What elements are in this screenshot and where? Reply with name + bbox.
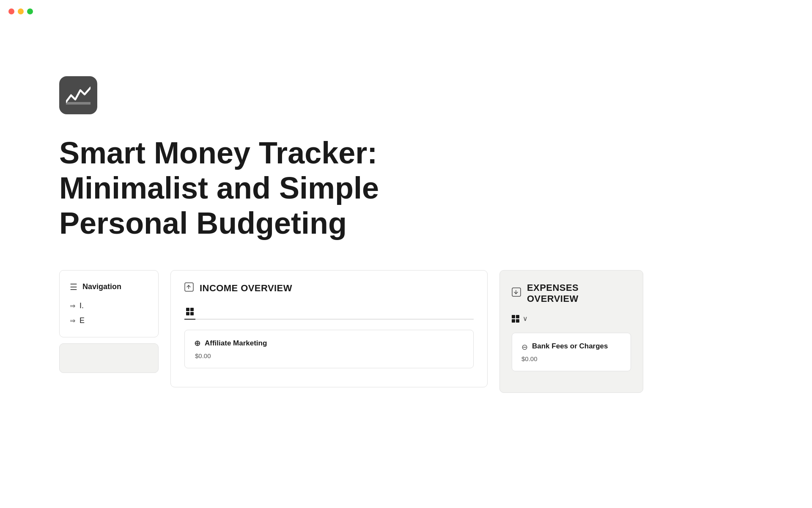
add-income-icon: ⊕	[194, 339, 200, 348]
maximize-button[interactable]	[27, 8, 33, 14]
minus-expense-icon: ⊖	[521, 342, 528, 352]
income-item-header: ⊕ Affiliate Marketing	[194, 339, 464, 348]
expense-item-amount: $0.00	[521, 355, 621, 362]
nav-header: ☰ Navigation	[70, 282, 148, 291]
income-item-name: Affiliate Marketing	[205, 339, 267, 348]
nav-header-label: Navigation	[82, 282, 121, 291]
expenses-header-icon	[512, 287, 521, 299]
nav-item-expenses[interactable]: ⇒ E	[70, 316, 148, 325]
expense-item-header: ⊖ Bank Fees or Charges	[521, 342, 621, 352]
expenses-tab-grid[interactable]	[512, 315, 519, 323]
nav-card-sub	[59, 343, 159, 373]
nav-expenses-icon: ⇒	[70, 317, 75, 325]
grid-icon	[186, 308, 194, 315]
income-card-header: INCOME OVERVIEW	[184, 282, 474, 294]
expenses-tabs: ∨	[512, 315, 631, 323]
chart-icon	[66, 86, 91, 105]
expense-item-name: Bank Fees or Charges	[532, 342, 608, 351]
expenses-card-header: EXPENSES OVERVIEW	[512, 282, 631, 304]
nav-items: ⇒ I. ⇒ E	[70, 301, 148, 325]
hamburger-icon: ☰	[70, 283, 77, 291]
income-card-tabs	[184, 304, 474, 320]
minimize-button[interactable]	[18, 8, 24, 14]
income-item-affiliate[interactable]: ⊕ Affiliate Marketing $0.00	[184, 330, 474, 368]
page-title: Smart Money Tracker: Minimalist and Simp…	[59, 135, 440, 240]
nav-item-income[interactable]: ⇒ I.	[70, 301, 148, 310]
page-content: Smart Money Tracker: Minimalist and Simp…	[0, 0, 812, 418]
nav-expenses-label: E	[80, 316, 85, 325]
chevron-down-icon[interactable]: ∨	[523, 315, 528, 323]
svg-rect-2	[512, 288, 521, 296]
app-icon-wrapper	[59, 76, 753, 114]
app-icon	[59, 76, 97, 114]
svg-rect-0	[185, 283, 193, 291]
traffic-lights	[8, 8, 33, 14]
income-overview-card: INCOME OVERVIEW ⊕ Affiliate Marketing $0…	[170, 270, 488, 387]
nav-income-icon: ⇒	[70, 302, 75, 310]
cards-row: ☰ Navigation ⇒ I. ⇒ E	[59, 270, 753, 393]
income-card-title: INCOME OVERVIEW	[200, 283, 292, 294]
expense-item-bank-fees[interactable]: ⊖ Bank Fees or Charges $0.00	[512, 333, 631, 371]
close-button[interactable]	[8, 8, 14, 14]
expenses-card-title: EXPENSES OVERVIEW	[527, 282, 631, 304]
nav-income-label: I.	[80, 301, 84, 310]
nav-card-main: ☰ Navigation ⇒ I. ⇒ E	[59, 270, 159, 337]
income-header-icon	[184, 282, 194, 294]
income-item-amount: $0.00	[194, 352, 464, 359]
navigation-card: ☰ Navigation ⇒ I. ⇒ E	[59, 270, 159, 373]
expenses-overview-card: EXPENSES OVERVIEW ∨ ⊖ Bank Fees or Charg…	[499, 270, 643, 393]
income-tab-grid[interactable]	[184, 304, 195, 319]
